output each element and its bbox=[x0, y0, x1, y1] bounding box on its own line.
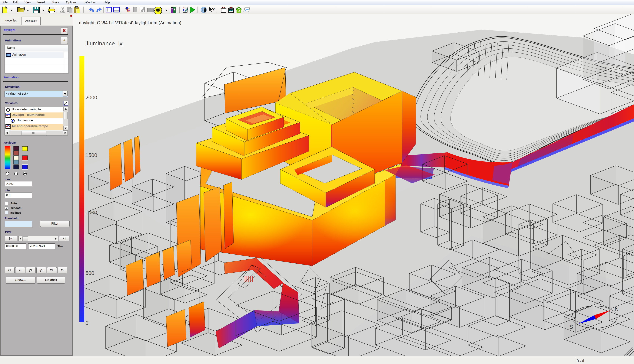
svg-text:2000: 2000 bbox=[85, 94, 97, 100]
svg-text:?: ? bbox=[212, 6, 215, 12]
svg-text:1000: 1000 bbox=[85, 210, 97, 215]
svg-text:Illuminance, lx: Illuminance, lx bbox=[85, 40, 123, 46]
svg-text:1500: 1500 bbox=[85, 152, 97, 158]
svg-text:N: N bbox=[614, 306, 619, 312]
svg-text:500: 500 bbox=[85, 270, 94, 276]
svg-text:S: S bbox=[569, 324, 573, 330]
svg-text:0: 0 bbox=[85, 320, 88, 326]
svg-text:daylight: C:\64-bit VTK\test\d: daylight: C:\64-bit VTK\test\daylight.id… bbox=[79, 20, 181, 25]
